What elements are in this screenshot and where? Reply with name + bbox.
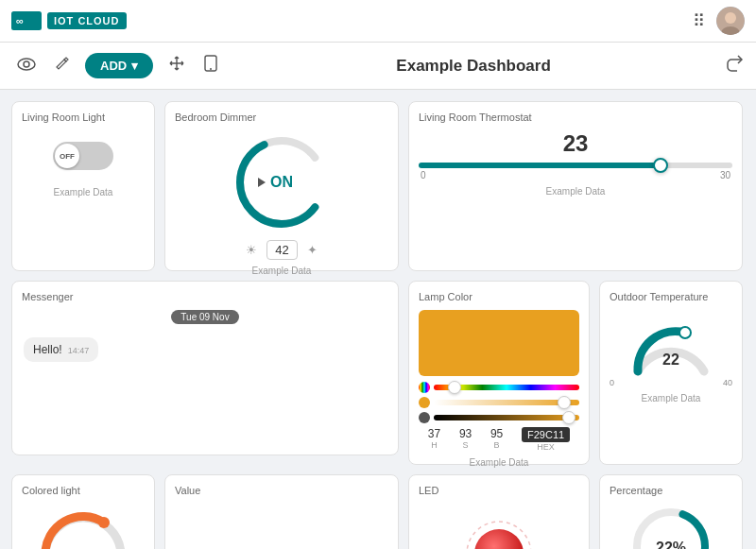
bri-dot [419, 412, 430, 423]
led-circle-container [419, 504, 579, 549]
thermostat-value: 23 [419, 130, 732, 157]
bri-value: 95 [490, 427, 503, 440]
colored-light-gauge [22, 504, 145, 549]
messenger-widget: Messenger Tue 09 Nov Hello! 14:47 [11, 281, 399, 455]
hex-value[interactable]: F29C11 [522, 427, 570, 442]
color-values: 37 H 93 S 95 B F29C11 HEX [419, 427, 579, 452]
dimmer-title: Bedroom Dimmer [175, 112, 388, 123]
message-time: 14:47 [68, 346, 90, 355]
lamp-color-widget: Lamp Color [408, 281, 590, 465]
logo-area: ∞ IOT CLOUD [11, 10, 127, 31]
light-toggle[interactable]: OFF [53, 142, 113, 170]
svg-point-5 [18, 59, 35, 70]
message-date: Tue 09 Nov [171, 310, 238, 324]
svg-point-8 [210, 68, 212, 70]
dashboard-grid: Living Room Light OFF Example Data Bedro… [0, 90, 756, 549]
bright-icon: ✦ [307, 243, 318, 257]
sat-value-group: 93 S [459, 427, 472, 452]
lamp-example-data: Example Data [419, 457, 579, 468]
thermostat-range: 0 30 [419, 170, 732, 180]
messenger-title: Messenger [22, 291, 388, 302]
dimmer-controls: ☀ 42 ✦ [175, 240, 388, 260]
thermostat-track [419, 163, 732, 168]
brightness-slider-row [419, 412, 579, 423]
outdoor-min: 0 [610, 378, 614, 387]
lamp-color-swatch[interactable] [419, 310, 579, 376]
bri-value-group: 95 B [490, 427, 503, 452]
sat-track[interactable] [434, 400, 579, 405]
colored-light-title: Colored light [22, 485, 145, 496]
lamp-color-title: Lamp Color [419, 291, 579, 302]
led-title: LED [419, 485, 579, 496]
led-display[interactable] [465, 520, 533, 549]
toggle-off-label: OFF [60, 152, 75, 161]
dimmer-on-label: ON [270, 174, 293, 191]
thermostat-title: Living Room Thermostat [419, 112, 732, 123]
page-title: Example Dashboard [232, 57, 714, 76]
thermostat-min: 0 [421, 170, 426, 180]
add-button[interactable]: ADD ▾ [85, 53, 153, 78]
avatar[interactable] [716, 7, 745, 35]
svg-point-14 [474, 529, 524, 549]
value-title: Value [175, 485, 388, 496]
hue-label: H [428, 440, 440, 450]
top-nav: ∞ IOT CLOUD ⠿ [0, 0, 756, 43]
grid-dots-icon[interactable]: ⠿ [693, 10, 705, 31]
chevron-down-icon: ▾ [131, 59, 138, 73]
hue-thumb [448, 381, 461, 394]
thermostat-widget: Living Room Thermostat 23 0 30 Example D… [408, 101, 743, 271]
message-text: Hello! [33, 343, 62, 356]
percentage-widget: Percentage 22% Example Data [599, 474, 743, 549]
percentage-title: Percentage [610, 485, 732, 496]
hue-slider-row [419, 382, 579, 393]
colored-light-svg [36, 504, 130, 549]
edit-icon[interactable] [51, 52, 74, 79]
bri-track[interactable] [434, 415, 579, 420]
colored-light-widget: Colored light [11, 474, 155, 549]
pct-value-text: 22% [656, 540, 686, 549]
svg-point-6 [24, 61, 29, 67]
hue-dot [419, 382, 430, 393]
bri-label: B [490, 440, 503, 450]
living-room-light-title: Living Room Light [22, 112, 105, 123]
sat-value: 93 [459, 427, 472, 440]
thermostat-slider[interactable] [419, 163, 732, 168]
sat-label: S [459, 440, 472, 450]
outdoor-title: Outdoor Temperature [610, 291, 732, 302]
value-widget: Value [164, 474, 399, 549]
dimmer-example-data: Example Data [175, 266, 388, 276]
hex-value-group: F29C11 HEX [522, 427, 570, 452]
add-label: ADD [100, 59, 127, 73]
dimmer-value[interactable]: 42 [266, 240, 297, 260]
move-icon[interactable] [164, 51, 189, 80]
outdoor-temp-widget: Outdoor Temperature 22 0 40 Example Data [599, 281, 743, 465]
svg-point-3 [725, 12, 736, 24]
dim-icon: ☀ [246, 243, 257, 257]
sat-dot [419, 397, 430, 408]
bedroom-dimmer-widget: Bedroom Dimmer ON ☀ 42 ✦ Example Data [164, 101, 399, 271]
light-example-data: Example Data [54, 187, 113, 197]
thermostat-thumb [653, 158, 668, 173]
percentage-svg: 22% [628, 504, 713, 549]
outdoor-gauge-container: 22 [610, 310, 732, 376]
outdoor-value-text: 22 [662, 352, 679, 368]
saturation-slider-row [419, 397, 579, 408]
phone-icon[interactable] [200, 51, 221, 80]
led-svg [465, 520, 533, 549]
thermostat-max: 30 [720, 170, 730, 180]
arduino-logo-icon: ∞ [11, 10, 42, 31]
hue-track[interactable] [434, 385, 579, 390]
toggle-knob: OFF [55, 144, 79, 168]
outdoor-gauge-svg: 22 [624, 310, 718, 376]
eye-icon[interactable] [13, 53, 40, 79]
bri-thumb [562, 411, 576, 424]
svg-text:∞: ∞ [16, 15, 24, 26]
share-icon[interactable] [726, 55, 743, 77]
thermostat-example-data: Example Data [419, 186, 732, 197]
dimmer-dial[interactable]: ON [230, 130, 334, 234]
sat-thumb [558, 396, 571, 409]
outdoor-max: 40 [723, 378, 732, 387]
toolbar: ADD ▾ Example Dashboard [0, 43, 756, 90]
percentage-gauge: 22% [610, 504, 732, 549]
iot-cloud-badge: IOT CLOUD [47, 12, 127, 29]
